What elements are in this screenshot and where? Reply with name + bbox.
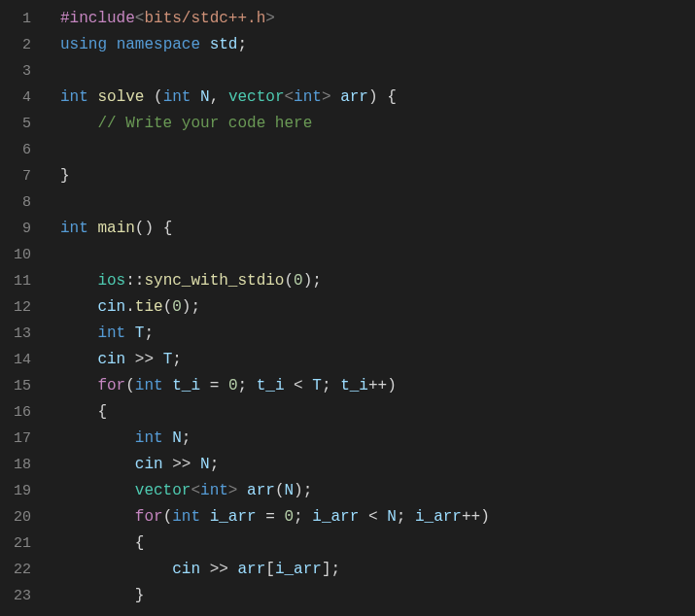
punct-token: ) { xyxy=(368,88,397,106)
line-number: 5 xyxy=(0,111,49,137)
type-token: int xyxy=(97,325,125,342)
type-token: int xyxy=(172,508,200,526)
var-token: T xyxy=(312,377,322,394)
keyword-token: for xyxy=(135,508,163,526)
line-number: 22 xyxy=(0,557,49,583)
angle-token: > xyxy=(228,482,238,499)
number-token: 0 xyxy=(294,272,303,290)
code-line[interactable]: vector<int> arr(N); xyxy=(60,478,695,504)
identifier-token: cin xyxy=(97,351,125,368)
operator-token: >> xyxy=(135,351,154,368)
keyword-token: namespace xyxy=(117,36,200,53)
line-number: 9 xyxy=(0,216,49,242)
code-line[interactable]: int N; xyxy=(60,426,695,452)
line-number: 12 xyxy=(0,294,49,321)
line-number: 11 xyxy=(0,268,49,294)
code-line[interactable]: cin >> T; xyxy=(60,347,695,373)
punct-token: ++) xyxy=(368,377,397,394)
code-line[interactable]: int T; xyxy=(60,321,695,347)
punct-token: [ xyxy=(265,561,275,578)
type-token: int xyxy=(135,429,163,447)
param-token: N xyxy=(200,88,210,106)
func-token: tie xyxy=(135,298,163,316)
punct-token: ]; xyxy=(322,561,340,578)
code-line[interactable]: ios::sync_with_stdio(0); xyxy=(60,268,695,294)
code-line[interactable]: { xyxy=(60,530,695,557)
line-number: 4 xyxy=(0,85,49,111)
line-number: 7 xyxy=(0,163,49,189)
type-token: int xyxy=(60,88,88,106)
class-token: vector xyxy=(135,482,191,499)
line-number: 1 xyxy=(0,6,49,32)
code-line[interactable]: int main() { xyxy=(60,216,695,242)
line-number: 18 xyxy=(0,452,49,478)
var-token: i_arr xyxy=(415,508,462,526)
punct-token: :: xyxy=(125,272,144,290)
line-number: 13 xyxy=(0,321,49,347)
var-token: N xyxy=(387,508,397,526)
type-token: int xyxy=(135,377,163,394)
code-line[interactable] xyxy=(60,58,695,85)
operator-token: >> xyxy=(210,561,228,578)
type-token: int xyxy=(294,88,322,106)
line-number: 21 xyxy=(0,530,49,557)
punct-token: ; xyxy=(182,429,191,447)
brace-token: } xyxy=(60,167,70,185)
code-line[interactable]: int solve (int N, vector<int> arr) { xyxy=(60,85,695,111)
var-token: i_arr xyxy=(210,508,257,526)
type-token: int xyxy=(60,220,88,237)
keyword-token: using xyxy=(60,36,107,53)
func-token: sync_with_stdio xyxy=(144,272,284,290)
punct-token: ; xyxy=(144,325,154,342)
code-line[interactable]: for(int i_arr = 0; i_arr < N; i_arr++) xyxy=(60,504,695,530)
code-editor-area[interactable]: #include<bits/stdc++.h> using namespace … xyxy=(49,0,695,616)
code-line[interactable]: } xyxy=(60,163,695,189)
brace-token: { xyxy=(135,534,145,552)
var-token: N xyxy=(284,482,294,499)
code-line[interactable] xyxy=(60,137,695,163)
var-token: N xyxy=(172,429,182,447)
code-line[interactable] xyxy=(60,189,695,216)
var-token: i_arr xyxy=(312,508,359,526)
var-token: arr xyxy=(247,482,275,499)
punct-token: ; xyxy=(397,508,415,526)
code-line[interactable]: cin >> N; xyxy=(60,452,695,478)
angle-token: > xyxy=(265,10,275,27)
punct-token: ++) xyxy=(462,508,490,526)
code-line[interactable]: // Write your code here xyxy=(60,111,695,137)
code-line[interactable]: { xyxy=(60,399,695,426)
var-token: T xyxy=(163,351,173,368)
angle-token: < xyxy=(135,10,145,27)
code-line[interactable]: using namespace std; xyxy=(60,32,695,58)
code-line[interactable]: cin.tie(0); xyxy=(60,294,695,321)
punct-token: = xyxy=(200,377,228,394)
punct-token: ; xyxy=(172,351,182,368)
var-token: arr xyxy=(237,561,265,578)
preprocessor-token: #include xyxy=(60,10,135,27)
punct-token: ; xyxy=(237,377,256,394)
punct-token: ); xyxy=(303,272,322,290)
line-number: 3 xyxy=(0,58,49,85)
brace-token: { xyxy=(97,403,107,421)
code-line[interactable] xyxy=(60,242,695,268)
type-token: int xyxy=(163,88,191,106)
code-line[interactable]: } xyxy=(60,583,695,609)
number-token: 0 xyxy=(172,298,182,316)
punct-token: ( xyxy=(163,298,173,316)
punct-token: < xyxy=(285,377,313,394)
punct-token: ; xyxy=(237,36,247,53)
line-number: 6 xyxy=(0,137,49,163)
line-number-gutter: 1 2 3 4 5 6 7 8 9 10 11 12 13 14 15 16 1… xyxy=(0,0,49,616)
code-line[interactable]: for(int t_i = 0; t_i < T; t_i++) xyxy=(60,373,695,399)
identifier-token: cin xyxy=(172,561,200,578)
code-line[interactable]: cin >> arr[i_arr]; xyxy=(60,557,695,583)
number-token: 0 xyxy=(284,508,294,526)
punct-token: ); xyxy=(294,482,312,499)
header-path-token: bits/stdc++.h xyxy=(144,10,265,27)
code-line[interactable]: #include<bits/stdc++.h> xyxy=(60,6,695,32)
angle-token: < xyxy=(191,482,200,499)
line-number: 16 xyxy=(0,399,49,426)
keyword-token: for xyxy=(97,377,125,394)
line-number: 19 xyxy=(0,478,49,504)
punct-token: ; xyxy=(294,508,312,526)
